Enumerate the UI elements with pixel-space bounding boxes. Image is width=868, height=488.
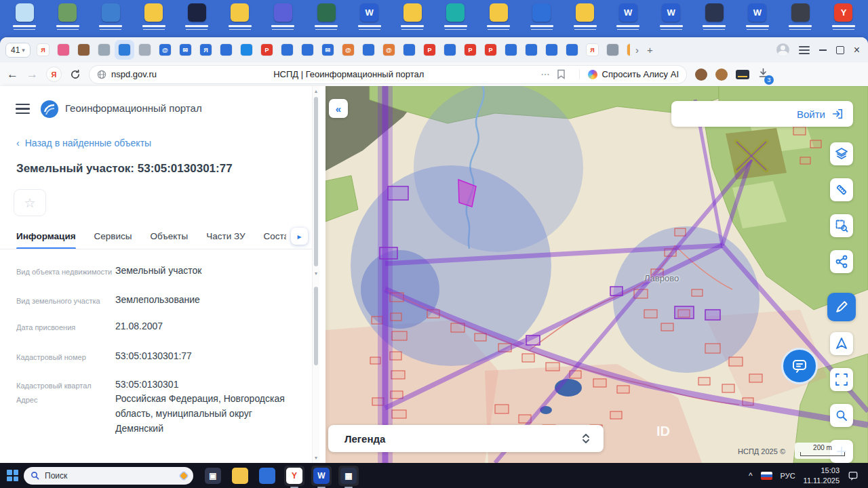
desktop-icon[interactable] [225,1,255,37]
profile-avatar[interactable] [776,43,789,56]
browser-tab[interactable] [623,40,630,60]
browser-tab[interactable] [94,40,114,60]
tab-counter[interactable]: 41 ▾ [5,43,31,58]
browser-menu-icon[interactable] [799,46,810,54]
browser-tab[interactable]: @ [338,40,358,60]
desktop-icon[interactable]: W [656,1,686,37]
back-button[interactable]: ← [7,68,18,81]
browser-tab[interactable] [298,40,317,60]
share-button[interactable] [830,250,853,273]
select-area-button[interactable] [830,214,853,237]
window-maximize-button[interactable] [836,46,844,54]
chat-button[interactable] [781,348,818,384]
panel-tab[interactable]: Части ЗУ [206,226,245,249]
yandex-button[interactable]: Я [46,66,62,82]
browser-tab[interactable]: @ [379,40,399,60]
favorite-button[interactable]: ☆ [14,189,46,216]
new-tab-button[interactable]: + [644,44,656,56]
taskbar-app[interactable]: ▣ [203,466,223,486]
panel-tab[interactable]: Соста [264,226,286,249]
scroll-up-icon[interactable]: ▴ [313,88,319,94]
scroll-down-icon[interactable]: ▾ [313,455,319,461]
taskbar-app[interactable] [257,466,277,486]
taskbar-app[interactable]: ▦ [338,466,359,486]
more-icon[interactable]: ⋯ [541,69,550,79]
browser-tab[interactable] [399,40,419,60]
back-to-results-link[interactable]: ‹ Назад в найденные объекты [16,138,151,148]
desktop-icon[interactable] [441,1,471,37]
start-button[interactable] [7,470,18,481]
browser-tab[interactable]: Я [196,40,216,60]
desktop-icon[interactable] [96,1,125,37]
extent-button[interactable] [830,368,853,391]
url-field[interactable]: nspd.gov.ru НСПД | Геоинформационный пор… [89,65,687,84]
desktop-icon[interactable] [699,1,729,37]
zoom-search-button[interactable] [830,404,853,427]
desktop-icon[interactable] [182,1,212,37]
login-button[interactable]: Войти [671,101,853,127]
browser-tab[interactable]: Я [583,40,602,60]
wallet-extension-icon[interactable] [736,70,749,79]
browser-tab[interactable] [237,40,256,60]
desktop-icon[interactable]: W [613,1,643,37]
browser-tab[interactable] [74,40,94,60]
forward-button[interactable]: → [26,68,38,81]
desktop-icon[interactable]: W [743,1,772,37]
browser-tab[interactable]: P [257,40,277,60]
browser-tab[interactable] [115,40,134,60]
window-close-button[interactable]: × [854,45,860,56]
ruler-button[interactable] [830,178,853,201]
panel-tab[interactable]: Объекты [151,226,189,249]
browser-tab[interactable]: P [460,40,480,60]
menu-icon[interactable] [16,104,30,114]
desktop-icon[interactable] [311,1,341,37]
downloads-button[interactable]: 3 [757,67,769,81]
extension-icon[interactable] [695,68,707,81]
browser-tab[interactable] [54,40,73,60]
tabs-next-button[interactable]: ▸ [291,228,308,245]
scroll-down-icon[interactable]: ▾ [313,270,319,277]
desktop-icon[interactable] [785,1,815,37]
bookmark-icon[interactable] [557,69,566,79]
browser-tab[interactable]: P [481,40,500,60]
taskbar-app[interactable]: W [311,466,332,486]
extension-icon[interactable] [715,68,728,81]
language-indicator[interactable]: РУС [781,472,795,480]
browser-tab[interactable] [277,40,297,60]
browser-tab[interactable] [359,40,378,60]
browser-tab[interactable] [440,40,460,60]
taskbar-search[interactable]: Поиск [24,467,193,485]
browser-tab[interactable] [603,40,623,60]
desktop-icon[interactable] [484,1,513,37]
browser-tab[interactable]: ✉ [176,40,195,60]
map-canvas[interactable] [326,86,868,463]
desktop-icon[interactable] [53,1,83,37]
tray-overflow-icon[interactable]: ^ [749,471,753,481]
desktop-icon[interactable] [9,1,39,37]
browser-tab[interactable] [521,40,541,60]
browser-tab[interactable]: P [420,40,439,60]
desktop-icon[interactable] [397,1,427,37]
panel-scrollbar[interactable]: ▴ ▾ ▾ [312,86,319,463]
browser-tab[interactable] [562,40,582,60]
browser-tab[interactable] [501,40,521,60]
browser-tab[interactable] [216,40,236,60]
taskbar-clock[interactable]: 15:03 11.11.2025 [804,466,840,485]
taskbar-app[interactable]: Y [284,466,304,486]
desktop-icon[interactable]: Y [829,1,859,37]
browser-tab[interactable]: Я [33,40,53,60]
refresh-icon[interactable] [70,69,81,80]
desktop-icon[interactable] [570,1,600,37]
panel-tab[interactable]: Информация [16,226,76,249]
legend-bar[interactable]: Легенда [328,425,604,452]
browser-tab[interactable] [542,40,561,60]
desktop-icon[interactable] [268,1,298,37]
browser-tab[interactable]: ✉ [318,40,338,60]
browser-tab[interactable]: @ [155,40,175,60]
layers-button[interactable] [830,142,853,165]
scrollbar-thumb[interactable] [314,287,318,365]
ask-alice-button[interactable]: Спросить Алису AI [579,69,679,79]
window-minimize-button[interactable] [819,49,827,51]
desktop-icon[interactable] [139,1,169,37]
collapse-panel-button[interactable]: « [329,99,348,118]
